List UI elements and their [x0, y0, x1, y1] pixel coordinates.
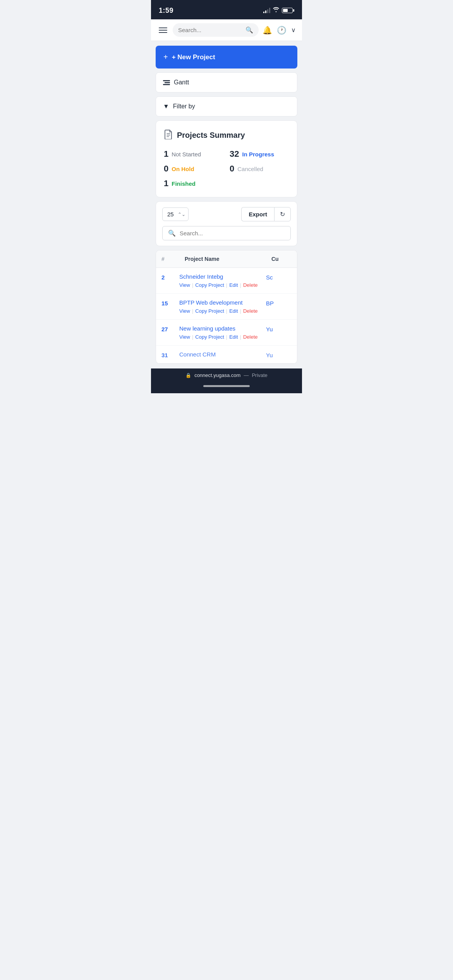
bottom-bar: 🔒 connect.yugasa.com — Private [151, 368, 302, 382]
main-content: + + New Project Gantt ▼ Filter by Projec… [151, 41, 302, 368]
edit-link[interactable]: Edit [229, 334, 238, 340]
controls-row: 25 50 100 ⌃⌄ Export ↻ [162, 207, 291, 221]
table-row: 15 BPTP Web development View | Copy Proj… [156, 294, 297, 320]
signal-icon [263, 8, 270, 13]
table-search-icon: 🔍 [168, 230, 176, 237]
status-time: 1:59 [159, 7, 173, 15]
column-header-id: # [156, 250, 179, 267]
column-header-customer: Cu [266, 250, 297, 267]
stat-cancelled: 0 Cancelled [230, 164, 289, 174]
projects-table: # Project Name Cu 2 Schneider Intebg Vie… [156, 250, 297, 364]
in-progress-count: 32 [230, 149, 239, 159]
gantt-button[interactable]: Gantt [156, 72, 297, 93]
summary-title: Projects Summary [164, 129, 289, 141]
copy-project-link[interactable]: Copy Project [195, 334, 224, 340]
search-input[interactable] [178, 27, 242, 33]
delete-link[interactable]: Delete [243, 308, 258, 314]
not-started-label: Not Started [172, 151, 201, 158]
filter-button[interactable]: ▼ Filter by [156, 96, 297, 117]
project-name-link[interactable]: Schneider Intebg [179, 273, 263, 280]
on-hold-label: On Hold [172, 166, 194, 172]
row-actions: View | Copy Project | Edit | Delete [179, 282, 263, 288]
row-content: New learning updates View | Copy Project… [179, 325, 266, 340]
export-button[interactable]: Export [241, 207, 274, 221]
project-name-link[interactable]: New learning updates [179, 325, 263, 332]
stat-not-started: 1 Not Started [164, 149, 223, 159]
new-project-label: + New Project [172, 53, 215, 61]
row-content: Connect CRM [179, 351, 266, 360]
row-id: 15 [156, 299, 179, 307]
on-hold-count: 0 [164, 164, 168, 174]
project-name-link[interactable]: BPTP Web development [179, 299, 263, 306]
summary-stats-grid: 1 Not Started 32 In Progress 0 On Hold 0… [164, 149, 289, 188]
row-customer: Yu [266, 351, 297, 358]
plus-icon: + [163, 53, 168, 62]
row-customer: BP [266, 299, 297, 307]
status-icons [263, 7, 294, 14]
status-bar: 1:59 [151, 0, 302, 19]
filter-label: Filter by [173, 103, 195, 110]
table-row: 2 Schneider Intebg View | Copy Project |… [156, 268, 297, 294]
table-row: 31 Connect CRM Yu [156, 346, 297, 363]
search-icon: 🔍 [245, 26, 253, 34]
document-icon [164, 129, 173, 141]
home-indicator [203, 385, 250, 387]
view-link[interactable]: View [179, 308, 190, 314]
separator: — [244, 372, 249, 378]
export-refresh-group: Export ↻ [241, 207, 291, 221]
row-actions: View | Copy Project | Edit | Delete [179, 308, 263, 314]
lock-icon: 🔒 [185, 373, 191, 378]
row-id: 31 [156, 351, 179, 358]
table-controls: 25 50 100 ⌃⌄ Export ↻ 🔍 [156, 201, 297, 246]
row-customer: Sc [266, 273, 297, 281]
row-content: BPTP Web development View | Copy Project… [179, 299, 266, 314]
in-progress-label: In Progress [242, 151, 274, 158]
not-started-count: 1 [164, 149, 168, 159]
copy-project-link[interactable]: Copy Project [195, 308, 224, 314]
nav-actions: 🔔 🕐 ∨ [263, 26, 296, 35]
row-id: 27 [156, 325, 179, 332]
wifi-icon [273, 7, 280, 14]
copy-project-link[interactable]: Copy Project [195, 282, 224, 288]
stat-on-hold: 0 On Hold [164, 164, 223, 174]
search-bar[interactable]: 🔍 [173, 23, 259, 37]
edit-link[interactable]: Edit [229, 308, 238, 314]
stat-finished: 1 Finished [164, 178, 223, 188]
history-icon[interactable]: 🕐 [277, 26, 287, 35]
row-id: 2 [156, 273, 179, 281]
view-link[interactable]: View [179, 334, 190, 340]
finished-count: 1 [164, 178, 168, 188]
top-nav: 🔍 🔔 🕐 ∨ [151, 19, 302, 41]
chevron-down-icon[interactable]: ∨ [291, 26, 296, 34]
gantt-icon [163, 80, 170, 85]
edit-link[interactable]: Edit [229, 282, 238, 288]
refresh-icon: ↻ [280, 211, 285, 218]
row-content: Schneider Intebg View | Copy Project | E… [179, 273, 266, 288]
home-indicator-area [151, 382, 302, 393]
new-project-button[interactable]: + + New Project [156, 46, 297, 69]
row-customer: Yu [266, 325, 297, 332]
privacy-label: Private [252, 372, 267, 378]
domain-label: connect.yugasa.com [194, 372, 240, 378]
summary-title-text: Projects Summary [177, 131, 245, 140]
filter-icon: ▼ [163, 103, 169, 110]
battery-icon [282, 8, 294, 13]
table-search-bar[interactable]: 🔍 [162, 226, 291, 240]
project-name-link[interactable]: Connect CRM [179, 351, 263, 358]
stat-in-progress: 32 In Progress [230, 149, 289, 159]
table-search-input[interactable] [180, 230, 285, 236]
view-link[interactable]: View [179, 282, 190, 288]
page-size-select[interactable]: 25 50 100 [162, 207, 189, 221]
page-size-wrapper: 25 50 100 ⌃⌄ [162, 207, 189, 221]
refresh-button[interactable]: ↻ [274, 207, 291, 221]
table-row: 27 New learning updates View | Copy Proj… [156, 320, 297, 346]
table-header: # Project Name Cu [156, 250, 297, 268]
gantt-label: Gantt [174, 79, 189, 86]
delete-link[interactable]: Delete [243, 282, 258, 288]
delete-link[interactable]: Delete [243, 334, 258, 340]
notification-icon[interactable]: 🔔 [263, 26, 272, 35]
hamburger-button[interactable] [157, 26, 169, 34]
cancelled-count: 0 [230, 164, 234, 174]
cancelled-label: Cancelled [237, 166, 263, 172]
projects-summary-card: Projects Summary 1 Not Started 32 In Pro… [156, 120, 297, 197]
